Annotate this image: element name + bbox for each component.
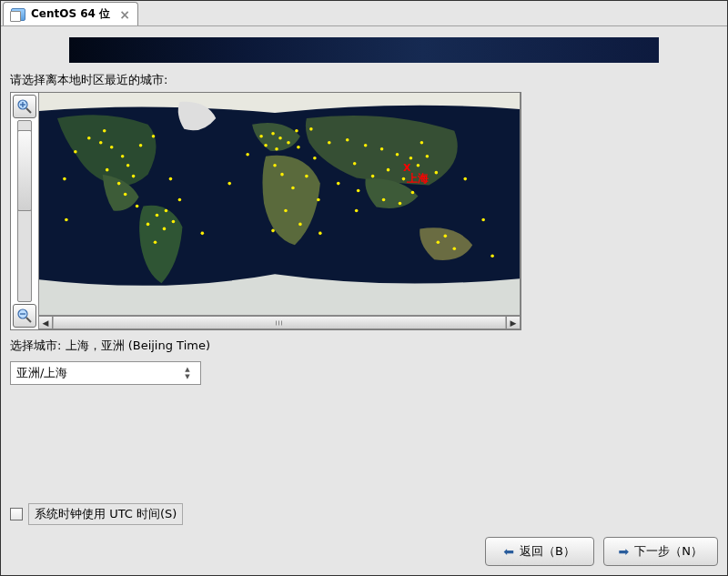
svg-point-79 xyxy=(271,229,275,233)
svg-point-69 xyxy=(297,146,300,149)
svg-point-27 xyxy=(264,144,268,147)
city-dropdown[interactable]: 亚洲/上海 ▲ ▼ xyxy=(10,361,201,385)
svg-point-53 xyxy=(169,177,173,181)
svg-point-49 xyxy=(444,235,448,238)
svg-point-63 xyxy=(357,189,360,193)
svg-point-19 xyxy=(154,241,157,245)
svg-point-30 xyxy=(291,187,295,190)
svg-line-1 xyxy=(26,108,31,113)
utc-checkbox[interactable] xyxy=(10,508,23,520)
chevron-right-icon: ▶ xyxy=(511,318,517,328)
svg-point-47 xyxy=(437,241,440,245)
svg-point-42 xyxy=(371,175,375,178)
svg-point-43 xyxy=(402,177,406,181)
back-button[interactable]: ⬅ 返回（B） xyxy=(485,537,594,566)
svg-point-24 xyxy=(271,132,275,136)
zoom-slider[interactable] xyxy=(17,120,32,302)
svg-point-16 xyxy=(106,168,109,172)
svg-point-50 xyxy=(382,198,386,202)
selected-city-label: 选择城市: 上海，亚洲 (Beijing Time) xyxy=(10,338,718,354)
svg-point-34 xyxy=(305,175,308,178)
svg-point-61 xyxy=(295,129,298,133)
svg-point-60 xyxy=(139,144,143,147)
svg-point-12 xyxy=(126,164,130,167)
tab-centos[interactable]: CentOS 64 位 × xyxy=(3,2,138,25)
svg-point-15 xyxy=(124,193,127,197)
svg-point-44 xyxy=(417,164,420,167)
svg-point-37 xyxy=(364,144,368,147)
svg-point-17 xyxy=(156,214,159,217)
arrow-right-icon: ➡ xyxy=(619,544,630,559)
map-horizontal-scrollbar[interactable]: ◀ ▶ xyxy=(38,315,521,329)
svg-point-64 xyxy=(463,177,467,181)
arrow-left-icon: ⬅ xyxy=(503,544,514,559)
svg-point-41 xyxy=(387,168,390,172)
scroll-track[interactable] xyxy=(53,316,506,329)
zoom-out-icon xyxy=(16,308,33,324)
scroll-thumb[interactable] xyxy=(53,317,506,328)
back-button-label: 返回（B） xyxy=(520,543,575,560)
vm-icon xyxy=(11,8,25,21)
svg-point-32 xyxy=(298,223,302,227)
world-map-svg xyxy=(39,93,520,315)
timezone-prompt: 请选择离本地时区最近的城市: xyxy=(10,72,718,88)
svg-point-75 xyxy=(152,135,156,138)
svg-point-8 xyxy=(87,136,91,140)
svg-point-10 xyxy=(110,146,114,149)
next-button[interactable]: ➡ 下一步（N） xyxy=(603,537,718,566)
svg-point-33 xyxy=(273,164,277,167)
svg-point-57 xyxy=(201,232,205,236)
city-dropdown-value: 亚洲/上海 xyxy=(16,365,180,381)
header-banner xyxy=(69,37,659,63)
svg-point-67 xyxy=(246,153,249,157)
svg-point-56 xyxy=(228,182,231,186)
close-icon[interactable]: × xyxy=(119,7,130,22)
scroll-right-button[interactable]: ▶ xyxy=(506,316,521,329)
svg-point-28 xyxy=(275,147,278,151)
svg-point-39 xyxy=(396,153,399,157)
selected-city-prefix: 选择城市: xyxy=(10,339,66,352)
svg-point-78 xyxy=(317,198,320,202)
world-map[interactable]: X 上海 xyxy=(38,93,521,315)
svg-point-21 xyxy=(147,223,150,227)
tab-title: CentOS 64 位 xyxy=(31,6,110,22)
svg-point-18 xyxy=(163,227,167,231)
svg-point-38 xyxy=(380,147,384,151)
chevron-left-icon: ◀ xyxy=(43,318,49,328)
svg-point-48 xyxy=(452,248,456,251)
svg-point-23 xyxy=(259,135,263,138)
zoom-out-button[interactable] xyxy=(13,304,36,328)
svg-line-5 xyxy=(26,318,31,322)
svg-point-9 xyxy=(99,141,103,145)
svg-point-77 xyxy=(420,141,424,145)
utc-label[interactable]: 系统时钟使用 UTC 时间(S) xyxy=(28,503,183,525)
svg-point-14 xyxy=(117,182,121,186)
svg-point-52 xyxy=(411,191,415,195)
svg-point-70 xyxy=(435,171,439,175)
svg-point-13 xyxy=(132,175,136,178)
selected-city-value: 上海，亚洲 (Beijing Time) xyxy=(66,339,210,352)
svg-point-29 xyxy=(280,173,284,177)
svg-point-46 xyxy=(353,162,357,166)
svg-point-65 xyxy=(136,205,139,208)
svg-point-20 xyxy=(165,209,168,213)
zoom-in-icon xyxy=(16,98,33,115)
svg-point-45 xyxy=(426,155,430,158)
svg-point-68 xyxy=(313,157,317,160)
svg-point-26 xyxy=(287,141,290,145)
svg-point-72 xyxy=(63,177,66,181)
svg-point-58 xyxy=(318,232,322,236)
svg-point-66 xyxy=(178,198,182,202)
zoom-thumb[interactable] xyxy=(17,130,32,211)
svg-point-76 xyxy=(309,127,313,131)
scroll-left-button[interactable]: ◀ xyxy=(38,316,53,329)
tab-bar: CentOS 64 位 × xyxy=(1,1,727,26)
map-marker-label: 上海 xyxy=(407,171,429,187)
svg-point-40 xyxy=(410,157,413,160)
dropdown-arrows-icon: ▲ ▼ xyxy=(180,367,195,380)
svg-point-62 xyxy=(337,182,340,186)
zoom-in-button[interactable] xyxy=(13,95,36,118)
svg-point-55 xyxy=(481,218,485,222)
next-button-label: 下一步（N） xyxy=(634,543,703,560)
svg-point-22 xyxy=(172,220,176,224)
